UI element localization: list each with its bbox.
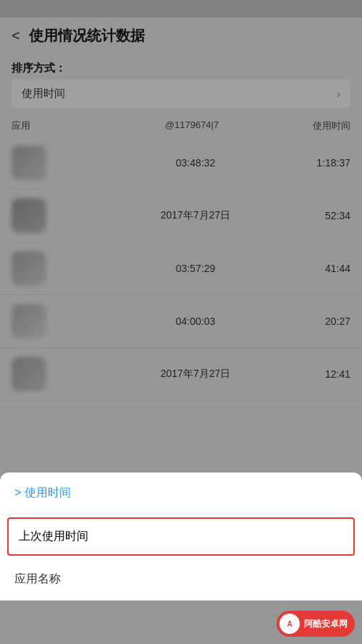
dropdown-item-label: 上次使用时间 bbox=[19, 530, 88, 542]
watermark-logo: A bbox=[279, 614, 300, 634]
dropdown-item-label: 使用时间 bbox=[25, 486, 71, 499]
watermark: A 阿酷安卓网 bbox=[277, 611, 355, 637]
main-screen: < 使用情况统计数据 排序方式： 使用时间 › 应用 @1179674|7 使用… bbox=[0, 0, 362, 644]
dropdown-menu: 使用时间 上次使用时间 应用名称 bbox=[0, 473, 362, 601]
dropdown-item-usage-time[interactable]: 使用时间 bbox=[0, 473, 362, 514]
dropdown-item-last-used[interactable]: 上次使用时间 bbox=[7, 517, 355, 556]
dropdown-item-label: 应用名称 bbox=[14, 572, 61, 585]
dropdown-item-app-name[interactable]: 应用名称 bbox=[0, 559, 362, 601]
watermark-text: 阿酷安卓网 bbox=[304, 618, 348, 630]
